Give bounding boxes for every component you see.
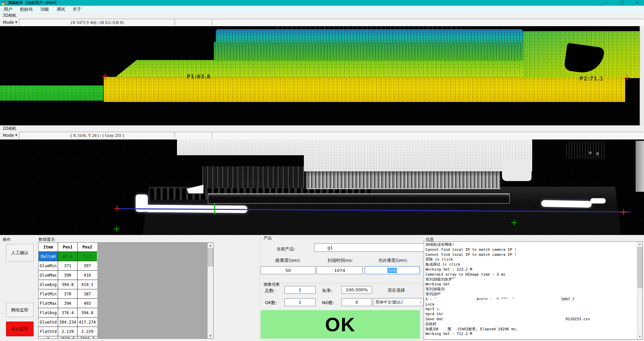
- pcb-right-tab: [502, 160, 532, 181]
- cell-item: FlatMax: [39, 299, 58, 308]
- dropdown-arrow-icon: ▼: [15, 21, 17, 24]
- cell-pos2: 387: [78, 289, 97, 298]
- result-group: 测量结果 总数: 1 良率: 100.000% 语言选择 OK数: 1 NG数:…: [259, 284, 423, 341]
- scroll-up-icon[interactable]: ▲: [208, 243, 213, 248]
- chevron-down-icon: ∨: [419, 300, 422, 304]
- table-row[interactable]: FlatStd 2.139 2.229: [39, 327, 97, 336]
- selected-text: 500: [387, 268, 397, 273]
- log-line: Cannot find local IP to match camera IP …: [424, 252, 636, 258]
- table-row[interactable]: FlatMin 370 387: [39, 289, 97, 299]
- log-line: Save dat 9110233.csv: [424, 317, 636, 322]
- pcb-circuit-bits: [566, 141, 606, 159]
- scrollbar-thumb[interactable]: [638, 247, 642, 288]
- current-product-input[interactable]: g1: [314, 243, 432, 252]
- cell-pos2: 71.1: [78, 252, 97, 261]
- cell-pos2: 403: [78, 299, 97, 308]
- menu-bar: 用户 初始化 功能 调试 关于: [0, 6, 644, 13]
- data-grid-table: Item Pos1 Pos2 DeltaH 63.8 71.1 GlueMin …: [39, 243, 97, 339]
- log-line: 集成调试 is click: [424, 262, 636, 267]
- col-header-item: Item: [39, 243, 58, 251]
- crosshair-marker-green-left: [114, 226, 120, 232]
- cell-item: X: [39, 336, 58, 339]
- info-log[interactable]: 3D相机没有网络! Cannot find local IP to match …: [424, 241, 643, 340]
- scroll-down-icon[interactable]: ▼: [637, 334, 642, 339]
- ng-count-field[interactable]: 0: [341, 298, 372, 306]
- log-line: 3D相机没有网络!: [424, 242, 636, 247]
- mode-label: Mode: [3, 20, 14, 25]
- camera3d-status-spacer: [212, 19, 643, 26]
- mode-label: Mode: [3, 133, 14, 138]
- table-row[interactable]: GlueAvg 394.8 419.1: [39, 280, 97, 289]
- table-scrollbar[interactable]: ▲ ▼: [207, 243, 213, 338]
- app-window: 测膜程序 【当前用户: OEM】 — ❐ ✕ 用户 初始化 功能 调试 关于 3…: [0, 0, 644, 341]
- ng-count-label: NG数:: [322, 300, 334, 306]
- crosshair-marker-red-right: [624, 75, 630, 80]
- menu-debug[interactable]: 调试: [53, 6, 69, 12]
- cell-pos1: 370: [58, 289, 78, 298]
- glue-blob-right: [541, 200, 592, 208]
- data-display-title: 数据显示: [39, 237, 55, 242]
- camera2d-viewport[interactable]: [0, 139, 644, 235]
- camera2d-status-spacer: [212, 132, 643, 139]
- yield-field[interactable]: 100.000%: [341, 286, 372, 294]
- menu-function[interactable]: 功能: [37, 6, 53, 12]
- scrollbar-thumb[interactable]: [208, 248, 213, 266]
- cell-pos1: 2.139: [58, 327, 78, 336]
- title-bar: 测膜程序 【当前用户: OEM】 — ❐ ✕: [0, 0, 644, 6]
- language-select[interactable]: 简体中文(默认) ∨: [373, 298, 424, 306]
- cell-item: GlueMin: [39, 261, 58, 270]
- col-header-pos1: Pos1: [58, 243, 78, 251]
- scroll-up-icon[interactable]: ▲: [637, 242, 642, 247]
- cell-item: GlueAvg: [39, 280, 58, 289]
- camera3d-viewport[interactable]: P1:63.8 P2:71.1: [0, 26, 644, 125]
- restore-icon[interactable]: ❐: [620, 0, 624, 6]
- camera3d-scrollbar[interactable]: [640, 26, 644, 125]
- camera3d-status-cell: [175, 19, 211, 26]
- window-title: 测膜程序 【当前用户: OEM】: [8, 0, 58, 5]
- manual-confirm-button[interactable]: 人工确认: [6, 244, 34, 262]
- camera3d-mode-button[interactable]: Mode ▼: [1, 19, 19, 25]
- table-row[interactable]: FlatMax 394 403: [39, 299, 97, 308]
- cell-pos2: 397: [78, 261, 97, 270]
- right-edge-object: [636, 141, 644, 192]
- film-thickness-label: 膜厚度(Um):: [266, 258, 310, 264]
- table-row[interactable]: DeltaH 63.8 71.1: [39, 252, 97, 261]
- table-row[interactable]: X 2583.5 7866.7: [39, 336, 97, 339]
- green-tick-left: [214, 204, 215, 214]
- scroll-down-icon[interactable]: ▼: [208, 333, 213, 338]
- crosshair-marker-red-left: [102, 74, 108, 79]
- log-scrollbar[interactable]: ▲ ▼: [637, 242, 642, 339]
- log-line: 登陆 is click: [424, 257, 636, 262]
- col-header-pos2: Pos2: [78, 243, 97, 251]
- camera2d-status-cell: [175, 132, 211, 139]
- scan-time-label: 扫描时间ms:: [319, 258, 361, 264]
- heightmap-top-flecks: [275, 26, 463, 30]
- total-count-field[interactable]: 1: [284, 286, 316, 294]
- stop-listen-button[interactable]: 停止监听: [6, 322, 34, 336]
- cell-pos2: 417.274: [78, 318, 97, 327]
- ok-count-field[interactable]: 1: [284, 298, 316, 306]
- data-grid[interactable]: Item Pos1 Pos2 DeltaH 63.8 71.1 GlueMin …: [38, 242, 214, 339]
- scan-time-input[interactable]: 1074: [317, 266, 363, 274]
- connector-left-dark: [202, 166, 307, 188]
- cell-item: FlatAvg: [39, 308, 58, 317]
- table-row[interactable]: FlatAvg 376.4 394.8: [39, 308, 97, 318]
- menu-user[interactable]: 用户: [0, 6, 16, 12]
- menu-about[interactable]: 关于: [69, 6, 85, 12]
- camera3d-section-label: 3D相机: [0, 13, 644, 18]
- allow-thickness-input[interactable]: 500: [365, 266, 420, 274]
- network-listen-button[interactable]: 网络监听: [6, 303, 34, 317]
- table-row[interactable]: GlueStd 394.234 417.274: [39, 318, 97, 327]
- crosshair-marker-red-left: [114, 206, 120, 211]
- camera2d-mode-button[interactable]: Mode ▼: [1, 132, 19, 138]
- table-row[interactable]: GlueMax 390 416: [39, 271, 97, 280]
- language-select-value: 简体中文(默认): [375, 299, 403, 305]
- minimize-icon[interactable]: —: [604, 0, 608, 6]
- table-row[interactable]: GlueMin 371 397: [39, 261, 97, 271]
- close-icon[interactable]: ✕: [636, 0, 639, 6]
- menu-init[interactable]: 初始化: [16, 6, 37, 12]
- heightmap-upper-body: [214, 42, 525, 61]
- window-controls: — ❐ ✕: [604, 0, 642, 6]
- heightmap-yellow-block: [104, 77, 625, 102]
- film-thickness-input[interactable]: 50: [261, 266, 316, 274]
